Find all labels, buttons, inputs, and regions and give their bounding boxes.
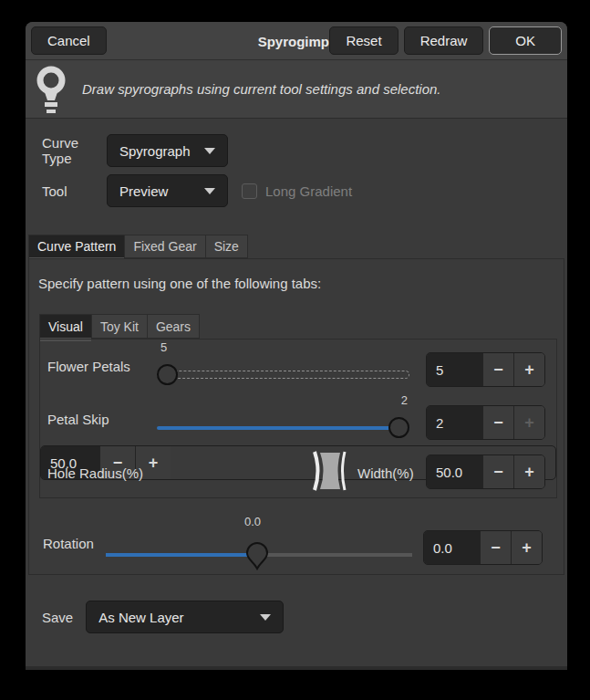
tool-label: Tool xyxy=(42,183,107,199)
tool-row: Tool Preview Long Gradient xyxy=(42,174,567,207)
chevron-down-icon xyxy=(204,148,215,154)
save-label: Save xyxy=(42,610,73,625)
tool-value: Preview xyxy=(119,183,168,199)
flower-petals-label: Flower Petals xyxy=(47,359,130,374)
chevron-down-icon xyxy=(204,188,215,194)
petal-skip-slider-value: 2 xyxy=(401,393,408,407)
pattern-notebook: Visual Toy Kit Gears Flower Petals 5 xyxy=(39,314,557,498)
tool-dropdown[interactable]: Preview xyxy=(107,174,228,207)
rotation-slider-value: 0.0 xyxy=(244,515,261,528)
curve-pattern-page: Specify pattern using one of the followi… xyxy=(28,258,564,575)
petal-skip-plus-button: + xyxy=(513,406,544,439)
flower-petals-row: Flower Petals 5 5 − + xyxy=(40,340,556,392)
reset-button[interactable]: Reset xyxy=(329,26,398,55)
curve-type-label: Curve Type xyxy=(42,135,107,166)
petal-skip-track[interactable] xyxy=(157,426,409,430)
width-minus-button[interactable]: − xyxy=(482,455,513,488)
notebook-tab-bar: Curve Pattern Fixed Gear Size xyxy=(28,235,564,258)
petal-skip-slider[interactable]: 2 xyxy=(157,392,409,445)
save-value: As New Layer xyxy=(98,610,183,625)
flower-petals-spinbox: 5 − + xyxy=(426,352,545,387)
dialog-description: Draw spyrographs using current tool sett… xyxy=(82,81,441,97)
flower-petals-slider[interactable]: 5 xyxy=(157,340,409,392)
petal-skip-label: Petal Skip xyxy=(47,412,109,427)
rotation-row: Rotation 0.0 0.0 − + xyxy=(29,515,564,571)
width-label: Width(%) xyxy=(357,465,414,480)
hole-radius-label: Hole Radius(%) xyxy=(47,465,143,480)
tab-fixed-gear[interactable]: Fixed Gear xyxy=(125,235,205,258)
curve-type-row: Curve Type Spyrograph xyxy=(42,134,567,167)
redraw-button[interactable]: Redraw xyxy=(404,26,484,55)
chevron-down-icon xyxy=(260,614,271,621)
long-gradient-label: Long Gradient xyxy=(265,183,352,199)
flower-petals-slider-value: 5 xyxy=(160,340,167,354)
long-gradient-group: Long Gradient xyxy=(242,183,352,199)
rotation-minus-button[interactable]: − xyxy=(480,531,511,564)
flower-petals-minus-button[interactable]: − xyxy=(482,353,513,386)
petal-skip-handle[interactable] xyxy=(388,417,409,438)
specify-pattern-text: Specify pattern using one of the followi… xyxy=(38,276,321,291)
rotation-track-fill[interactable] xyxy=(106,553,256,557)
spyrogimp-dialog: Cancel Spyrogimp Reset Redraw OK Draw sp… xyxy=(26,22,567,670)
save-row: Save As New Layer xyxy=(42,601,284,633)
save-dropdown[interactable]: As New Layer xyxy=(86,601,284,633)
tab-curve-pattern[interactable]: Curve Pattern xyxy=(28,235,125,258)
pattern-tab-bar: Visual Toy Kit Gears xyxy=(39,314,557,339)
rotation-track[interactable] xyxy=(256,553,412,557)
visual-page: Flower Petals 5 5 − + xyxy=(39,339,557,498)
tab-toy-kit[interactable]: Toy Kit xyxy=(92,314,148,339)
petal-skip-row: Petal Skip 2 2 − + xyxy=(40,392,556,445)
long-gradient-checkbox xyxy=(242,183,257,199)
info-bar: Draw spyrographs using current tool sett… xyxy=(26,60,567,119)
width-spinbox: 50.0 − + xyxy=(426,454,545,489)
petal-skip-input[interactable]: 2 xyxy=(427,406,482,439)
ok-button[interactable]: OK xyxy=(489,26,562,55)
width-plus-button[interactable]: + xyxy=(513,455,544,488)
petal-skip-spinbox: 2 − + xyxy=(426,405,545,440)
curve-type-dropdown[interactable]: Spyrograph xyxy=(107,134,228,167)
petal-skip-minus-button[interactable]: − xyxy=(482,406,513,439)
tab-visual[interactable]: Visual xyxy=(39,314,92,339)
rotation-plus-button[interactable]: + xyxy=(511,531,542,564)
curve-pattern-notebook: Curve Pattern Fixed Gear Size Specify pa… xyxy=(28,235,564,575)
lightbulb-icon xyxy=(35,65,67,114)
flower-petals-input[interactable]: 5 xyxy=(427,353,482,386)
rotation-label: Rotation xyxy=(43,536,94,551)
flower-petals-track[interactable] xyxy=(157,371,409,379)
curve-type-value: Spyrograph xyxy=(119,143,191,159)
flower-petals-handle[interactable] xyxy=(157,364,178,385)
cancel-button[interactable]: Cancel xyxy=(31,26,107,55)
hole-radius-row: Hole Radius(%) 50.0 − + Width(%) xyxy=(40,445,556,499)
flower-petals-plus-button[interactable]: + xyxy=(513,353,544,386)
rotation-input[interactable]: 0.0 xyxy=(424,531,480,564)
tab-gears[interactable]: Gears xyxy=(148,314,200,339)
rotation-spinbox: 0.0 − + xyxy=(423,530,543,565)
curved-band-icon xyxy=(307,449,355,493)
rotation-handle[interactable] xyxy=(244,541,270,570)
rotation-slider[interactable]: 0.0 xyxy=(106,515,412,571)
dialog-title: Spyrogimp xyxy=(258,22,329,60)
width-input[interactable]: 50.0 xyxy=(427,455,482,488)
header-actions: Reset Redraw OK xyxy=(329,26,562,55)
header-bar: Cancel Spyrogimp Reset Redraw OK xyxy=(26,22,567,60)
tab-size[interactable]: Size xyxy=(206,235,248,258)
